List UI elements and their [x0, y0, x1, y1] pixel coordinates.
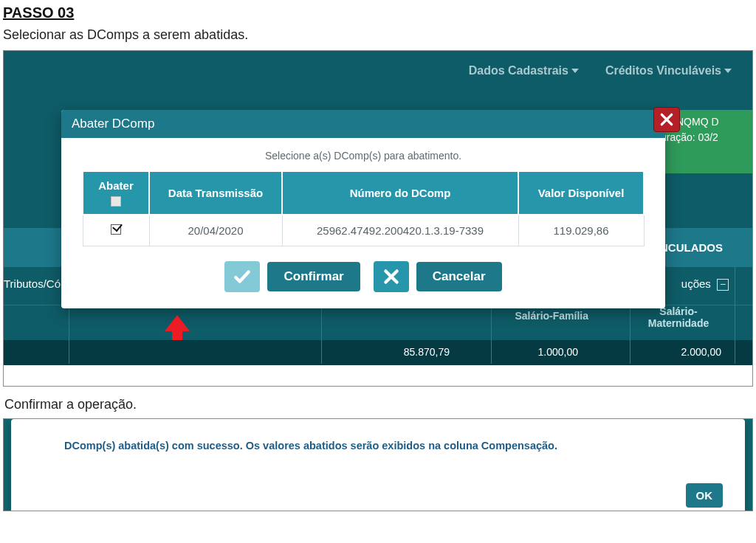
chevron-down-icon: [724, 69, 732, 73]
col-valor: Valor Disponível: [518, 171, 644, 215]
menu-dados-cadastrais[interactable]: Dados Cadastrais: [469, 64, 579, 77]
confirm-button[interactable]: Confirmar: [267, 262, 360, 291]
col-abater: Abater: [83, 171, 149, 215]
row-checkbox[interactable]: [111, 224, 121, 235]
confirm-icon-button[interactable]: [224, 261, 260, 292]
select-all-checkbox[interactable]: [111, 196, 121, 207]
modal-actions: Confirmar Cancelar: [82, 261, 645, 292]
app-panel: Dados Cadastrais Créditos Vinculáveis X …: [3, 50, 753, 387]
modal-abater-dcomp: Abater DComp Selecione a(s) DComp(s) par…: [61, 110, 665, 308]
bg-value: 85.870,79: [404, 346, 450, 358]
confirm-panel: DComp(s) abatida(s) com sucesso. Os valo…: [3, 418, 753, 511]
menu-label: Créditos Vinculáveis: [605, 64, 721, 77]
ok-button[interactable]: OK: [686, 483, 724, 508]
modal-close-button[interactable]: [653, 107, 680, 132]
chevron-down-icon: [571, 69, 579, 73]
collapse-icon[interactable]: −: [717, 279, 729, 291]
modal-title: Abater DComp: [72, 117, 154, 131]
cell-valor: 119.029,86: [518, 215, 644, 246]
success-alert: DComp(s) abatida(s) com sucesso. Os valo…: [11, 419, 745, 511]
bg-col-salario-familia: Salário-Família: [515, 310, 588, 322]
col-numero: Número do DComp: [282, 171, 518, 215]
top-menu: Dados Cadastrais Créditos Vinculáveis: [4, 51, 752, 91]
cancel-icon-button[interactable]: [374, 261, 409, 292]
bg-row: Salário-Família Salário-Maternidade: [4, 305, 752, 340]
cancel-button[interactable]: Cancelar: [416, 262, 502, 291]
col-label: Abater: [98, 179, 134, 192]
bg-value: 1.000,00: [538, 346, 579, 358]
table-row: 20/04/2020 25962.47492.200420.1.3.19-733…: [83, 215, 644, 246]
close-icon: [659, 112, 674, 127]
menu-label: Dados Cadastrais: [469, 64, 568, 77]
step-instruction-1: Selecionar as DComps a serem abatidas.: [3, 27, 753, 43]
close-icon: [382, 267, 401, 286]
dcomp-table: Abater Data Transmissão Número do DComp …: [82, 170, 645, 246]
bg-value: 2.000,00: [681, 346, 722, 358]
alert-message: DComp(s) abatida(s) com sucesso. Os valo…: [64, 440, 715, 452]
bg-col-deducoes: uções: [681, 277, 711, 290]
bg-blank: [4, 365, 752, 387]
bg-col-salario-maternidade: Salário-Maternidade: [634, 305, 723, 329]
bg-col-tributos: Tributos/Có: [4, 277, 61, 290]
step-instruction-2: Confirmar a operação.: [4, 397, 753, 412]
bg-data-row: 85.870,79 1.000,00 2.000,00: [4, 340, 752, 365]
cell-data: 20/04/2020: [149, 215, 282, 246]
modal-subtitle: Selecione a(s) DComp(s) para abatimento.: [82, 150, 645, 162]
check-icon: [233, 267, 252, 286]
menu-creditos-vinculaveis[interactable]: Créditos Vinculáveis: [605, 64, 732, 77]
col-data: Data Transmissão: [149, 171, 282, 215]
cell-numero: 25962.47492.200420.1.3.19-7339: [282, 215, 518, 246]
step-title: PASSO 03: [3, 4, 753, 21]
